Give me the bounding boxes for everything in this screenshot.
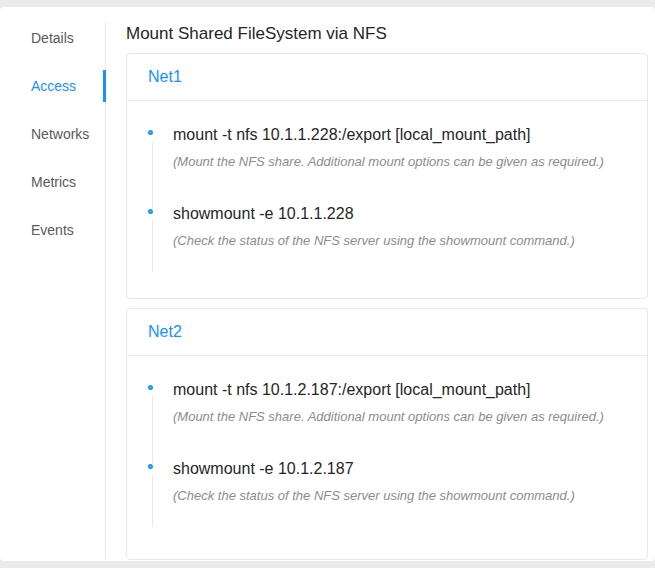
timeline-item: showmount -e 10.1.2.187 (Check the statu… bbox=[127, 459, 623, 504]
timeline-dot-icon bbox=[148, 130, 153, 135]
card-net1-body: mount -t nfs 10.1.1.228:/export [local_m… bbox=[127, 101, 647, 249]
timeline-item: showmount -e 10.1.1.228 (Check the statu… bbox=[127, 204, 623, 249]
command-text: showmount -e 10.1.1.228 bbox=[173, 204, 623, 224]
card-net2-title-link[interactable]: Net2 bbox=[148, 323, 182, 341]
timeline-dot-icon bbox=[148, 385, 153, 390]
command-note: (Mount the NFS share. Additional mount o… bbox=[173, 408, 623, 425]
sidebar-item-details[interactable]: Details bbox=[0, 22, 106, 54]
sidebar-item-networks[interactable]: Networks bbox=[0, 118, 106, 150]
card-net2-body: mount -t nfs 10.1.2.187:/export [local_m… bbox=[127, 356, 647, 504]
timeline-item: mount -t nfs 10.1.2.187:/export [local_m… bbox=[127, 380, 623, 459]
command-note: (Check the status of the NFS server usin… bbox=[173, 487, 623, 504]
command-note: (Mount the NFS share. Additional mount o… bbox=[173, 153, 623, 170]
timeline-tail bbox=[152, 396, 153, 464]
sidebar-menu: Details Access Networks Metrics Events bbox=[0, 7, 106, 246]
command-text: mount -t nfs 10.1.1.228:/export [local_m… bbox=[173, 125, 623, 145]
timeline-dot-icon bbox=[148, 209, 153, 214]
page-title: Mount Shared FileSystem via NFS bbox=[126, 23, 648, 45]
timeline-tail bbox=[152, 141, 153, 209]
card-net2-header: Net2 bbox=[127, 309, 647, 356]
card-net1-title-link[interactable]: Net1 bbox=[148, 68, 182, 86]
timeline-tail bbox=[152, 475, 153, 527]
card-net1-header: Net1 bbox=[127, 54, 647, 101]
sidebar-item-metrics[interactable]: Metrics bbox=[0, 166, 106, 198]
sidebar-item-access[interactable]: Access bbox=[0, 70, 106, 102]
main-content: Mount Shared FileSystem via NFS Net1 mou… bbox=[106, 7, 655, 561]
card-net2: Net2 mount -t nfs 10.1.2.187:/export [lo… bbox=[126, 308, 648, 560]
command-text: mount -t nfs 10.1.2.187:/export [local_m… bbox=[173, 380, 623, 400]
command-text: showmount -e 10.1.2.187 bbox=[173, 459, 623, 479]
command-note: (Check the status of the NFS server usin… bbox=[173, 232, 623, 249]
timeline-item: mount -t nfs 10.1.1.228:/export [local_m… bbox=[127, 125, 623, 204]
sidebar: Details Access Networks Metrics Events bbox=[0, 7, 106, 561]
timeline-tail bbox=[152, 220, 153, 272]
timeline-dot-icon bbox=[148, 464, 153, 469]
card-net1: Net1 mount -t nfs 10.1.1.228:/export [lo… bbox=[126, 53, 648, 299]
content-panel: Details Access Networks Metrics Events M… bbox=[0, 7, 655, 561]
sidebar-item-events[interactable]: Events bbox=[0, 214, 106, 246]
